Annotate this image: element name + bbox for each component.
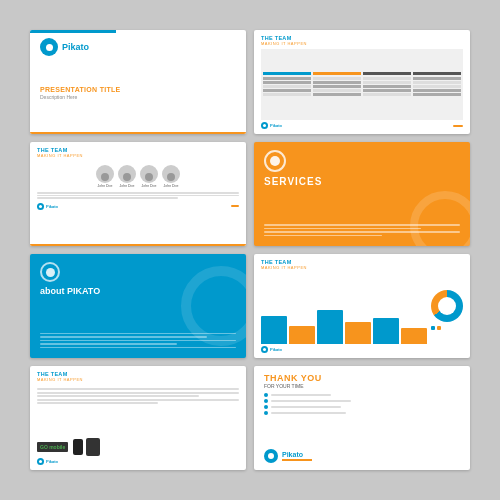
slide-services: SERVICES — [254, 142, 470, 246]
slide-footer: Pikato — [264, 449, 460, 463]
for-time: FOR YOUR TIME — [264, 383, 460, 389]
bar — [401, 328, 427, 344]
tablet-shape — [86, 438, 100, 456]
pikato-logo: Pikato — [37, 458, 58, 465]
pikato-logo-text: Pikato — [270, 123, 282, 128]
services-icon-area: SERVICES — [264, 150, 460, 187]
donut-chart — [431, 290, 463, 322]
slide-thank-you: THANK YOU FOR YOUR TIME — [254, 366, 470, 470]
contact-dot — [264, 411, 268, 415]
slide-team-mobile: THE TEAM MAKING IT HAPPEN GO mobile Pika… — [30, 366, 246, 470]
presentation-desc: Description Here — [40, 94, 236, 100]
bar — [317, 310, 343, 344]
chart-legend — [431, 290, 463, 330]
pikato-logo-text: Pikato — [46, 204, 58, 209]
title-area: PRESENTATION TITLE Description Here — [40, 60, 236, 126]
contact-dot — [264, 405, 268, 409]
avatars-row: John Doe John Doe John Doe John Doe — [37, 165, 239, 188]
pikato-logo-circle — [264, 449, 278, 463]
orange-dot — [231, 205, 239, 207]
table-row — [263, 85, 461, 88]
contact-lines — [264, 393, 460, 415]
team-subheading: MAKING IT HAPPEN — [261, 41, 463, 46]
pikato-logo-text: Pikato — [270, 347, 282, 352]
contact-line — [271, 400, 351, 402]
contact-line — [271, 394, 331, 396]
avatar-person: John Doe — [96, 165, 114, 188]
presentation-title: PRESENTATION TITLE — [40, 86, 236, 93]
avatar-name: John Doe — [164, 184, 179, 188]
contact-item — [264, 393, 460, 397]
slide-grid: Pikato PRESENTATION TITLE Description He… — [10, 10, 490, 490]
contact-line — [271, 406, 341, 408]
slide-footer: Pikato — [261, 122, 463, 129]
bar — [289, 326, 315, 344]
legend-item-orange — [437, 326, 441, 330]
team-subheading: MAKING IT HAPPEN — [37, 377, 239, 382]
table-row — [263, 81, 461, 84]
orange-accent — [282, 459, 312, 461]
logo-icon — [40, 38, 58, 56]
thank-you-content: THANK YOU FOR YOUR TIME — [264, 373, 460, 419]
pikato-logo-text: Pikato — [282, 451, 312, 458]
table-row — [263, 89, 461, 92]
slide-footer: Pikato — [261, 346, 463, 353]
about-icon — [40, 262, 60, 282]
legend-item-blue — [431, 326, 435, 330]
avatar — [140, 165, 158, 183]
avatar-name: John Doe — [142, 184, 157, 188]
slide-charts: THE TEAM MAKING IT HAPPEN — [254, 254, 470, 358]
orange-accent — [453, 125, 463, 127]
contact-item — [264, 405, 460, 409]
contact-line — [271, 412, 346, 414]
services-icon — [264, 150, 286, 172]
pikato-logo: Pikato — [261, 346, 282, 353]
bg-circle-decoration — [410, 191, 470, 246]
go-mobile-area: GO mobile — [37, 438, 239, 456]
logo-text: Pikato — [62, 42, 89, 52]
slide-footer: Pikato — [37, 458, 239, 465]
go-mobile-logo: GO mobile — [37, 442, 68, 452]
contact-dot — [264, 399, 268, 403]
table-row — [263, 93, 461, 96]
donut-hole — [438, 297, 456, 315]
table-header — [263, 72, 461, 75]
contact-item — [264, 399, 460, 403]
thank-you-title: THANK YOU — [264, 373, 460, 383]
avatar — [118, 165, 136, 183]
pikato-logo: Pikato — [261, 122, 282, 129]
go-mobile-label: GO mobile — [40, 444, 65, 450]
phone-shape — [73, 439, 83, 455]
bar — [345, 322, 371, 344]
orange-bar — [30, 244, 246, 246]
slide-team-table: THE TEAM MAKING IT HAPPEN — [254, 30, 470, 134]
services-title: SERVICES — [264, 176, 460, 187]
contact-dot — [264, 393, 268, 397]
mini-table — [263, 72, 461, 97]
avatar-name: John Doe — [120, 184, 135, 188]
team-subheading: MAKING IT HAPPEN — [37, 153, 239, 158]
slide-team-avatars: THE TEAM MAKING IT HAPPEN John Doe John … — [30, 142, 246, 246]
team-subheading: MAKING IT HAPPEN — [261, 265, 463, 270]
pikato-footer-text: Pikato — [282, 451, 312, 461]
text-lines-area — [37, 388, 239, 435]
avatar — [162, 165, 180, 183]
avatar-name: John Doe — [98, 184, 113, 188]
avatar-person: John Doe — [162, 165, 180, 188]
slide-cover: Pikato PRESENTATION TITLE Description He… — [30, 30, 246, 134]
avatar-person: John Doe — [140, 165, 158, 188]
bar — [261, 316, 287, 344]
slide-footer: Pikato — [37, 203, 239, 210]
slide-about: about PIKATO — [30, 254, 246, 358]
pikato-logo-text: Pikato — [46, 459, 58, 464]
avatar-person: John Doe — [118, 165, 136, 188]
bar-chart — [261, 304, 427, 344]
avatar — [96, 165, 114, 183]
legend-items — [431, 326, 463, 330]
logo-area: Pikato — [40, 38, 236, 56]
table-row — [263, 77, 461, 80]
bar — [373, 318, 399, 344]
contact-item — [264, 411, 460, 415]
table-area — [261, 49, 463, 120]
pikato-logo: Pikato — [37, 203, 58, 210]
